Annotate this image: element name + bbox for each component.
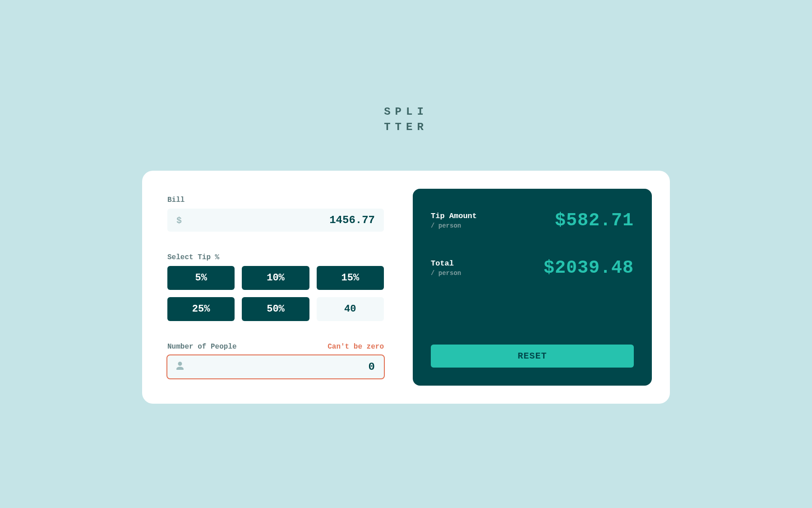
tip-amount-label: Tip Amount xyxy=(431,212,477,220)
people-error: Can't be zero xyxy=(328,343,384,351)
tip-button-25[interactable]: 25% xyxy=(167,297,235,321)
results-panel: Tip Amount / person $582.71 Total / pers… xyxy=(413,189,652,386)
dollar-icon: $ xyxy=(176,215,182,225)
people-input[interactable] xyxy=(167,355,384,378)
total-label: Total xyxy=(431,259,461,268)
bill-input-wrapper: $ xyxy=(167,209,384,232)
tip-button-50[interactable]: 50% xyxy=(242,297,309,321)
calculator-card: Bill $ Select Tip % 5% 10% 15% 25% 50% N… xyxy=(142,171,670,404)
input-panel: Bill $ Select Tip % 5% 10% 15% 25% 50% N… xyxy=(160,189,391,386)
people-label-row: Number of People Can't be zero xyxy=(167,343,384,351)
bill-label: Bill xyxy=(167,196,384,204)
tip-label: Select Tip % xyxy=(167,253,384,261)
tip-amount-value: $582.71 xyxy=(555,210,634,231)
people-label: Number of People xyxy=(167,343,237,351)
tip-button-10[interactable]: 10% xyxy=(242,266,309,290)
total-row: Total / person $2039.48 xyxy=(431,258,634,278)
tip-button-5[interactable]: 5% xyxy=(167,266,235,290)
reset-button[interactable]: RESET xyxy=(431,345,634,368)
tip-amount-row: Tip Amount / person $582.71 xyxy=(431,210,634,231)
total-labels: Total / person xyxy=(431,259,461,277)
people-input-wrapper xyxy=(167,355,384,378)
person-icon xyxy=(176,362,184,373)
tip-amount-labels: Tip Amount / person xyxy=(431,212,477,229)
total-value: $2039.48 xyxy=(544,258,634,278)
tip-button-15[interactable]: 15% xyxy=(317,266,384,290)
bill-input[interactable] xyxy=(167,209,384,232)
tip-amount-sublabel: / person xyxy=(431,222,477,229)
app-logo: SPLI TTER xyxy=(384,104,428,135)
tip-section: Select Tip % 5% 10% 15% 25% 50% xyxy=(167,253,384,321)
tip-grid: 5% 10% 15% 25% 50% xyxy=(167,266,384,321)
total-sublabel: / person xyxy=(431,270,461,277)
custom-tip-input[interactable] xyxy=(317,297,384,321)
